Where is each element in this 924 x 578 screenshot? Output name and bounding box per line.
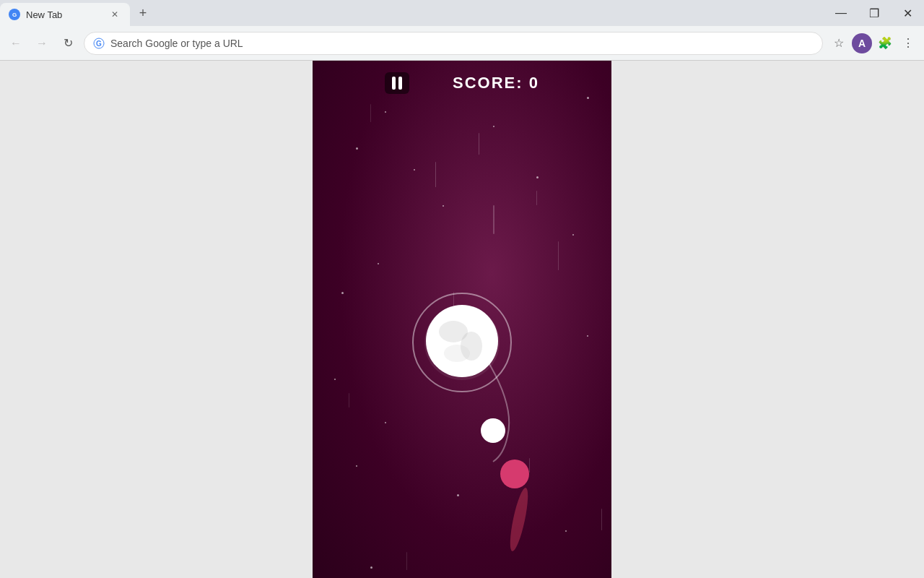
rain-streak [370,104,371,122]
extensions-button[interactable]: 🧩 [875,33,895,53]
tab-bar: G New Tab ✕ + — ❐ ✕ [0,0,924,26]
minimize-button[interactable]: — [824,0,858,26]
star [565,530,567,532]
star [341,292,344,294]
star [370,566,372,569]
star [457,494,459,496]
star [536,176,539,178]
rain-streak [529,458,530,473]
menu-button[interactable]: ⋮ [898,33,918,53]
browser-frame: G New Tab ✕ + — ❐ ✕ ← → ↻ G Search Googl… [0,0,924,578]
tab-close-button[interactable]: ✕ [108,8,121,21]
game-container[interactable]: SCORE: 0 [313,61,611,578]
star [334,379,336,380]
address-text: Search Google or type a URL [110,38,814,49]
pause-bar-right [398,77,402,90]
rain-streak [536,191,537,205]
star [587,335,588,337]
star [414,169,415,171]
maximize-button[interactable]: ❐ [858,0,891,26]
star [356,147,358,150]
svg-text:G: G [96,40,102,48]
rain-streak [453,292,454,314]
refresh-button[interactable]: ↻ [58,33,78,53]
bookmark-button[interactable]: ☆ [829,33,849,53]
star [587,97,589,99]
rain-streak [601,509,602,530]
window-controls: — ❐ ✕ [824,0,924,26]
profile-avatar[interactable]: A [852,33,872,53]
rain-streak [493,205,494,234]
star [385,422,386,423]
star [385,111,386,113]
svg-text:G: G [12,12,17,18]
star [443,205,444,207]
game-background [313,61,611,578]
rain-streak [435,162,436,187]
address-input[interactable]: G Search Google or type a URL [84,32,823,55]
new-tab-button[interactable]: + [133,3,153,23]
rain-streak [349,393,349,407]
star [356,465,357,467]
star [572,234,574,236]
score-area: SCORE: 0 [313,72,611,94]
address-right-icons: ☆ A 🧩 ⋮ [829,33,918,53]
close-button[interactable]: ✕ [891,0,924,26]
pause-button[interactable] [385,72,409,94]
score-display: SCORE: 0 [453,74,539,92]
address-bar: ← → ↻ G Search Google or type a URL ☆ A … [0,26,924,61]
tab-title: New Tab [26,9,103,20]
rain-streak [406,552,407,570]
active-tab[interactable]: G New Tab ✕ [0,3,130,26]
pause-bar-left [392,77,396,90]
rain-streak [558,241,559,270]
star [493,126,494,127]
rain-streak [479,133,479,155]
forward-button[interactable]: → [32,33,52,53]
star [378,263,379,264]
main-content: SCORE: 0 [0,61,924,578]
back-button[interactable]: ← [6,33,26,53]
tab-favicon: G [9,9,20,20]
google-logo: G [93,38,105,49]
